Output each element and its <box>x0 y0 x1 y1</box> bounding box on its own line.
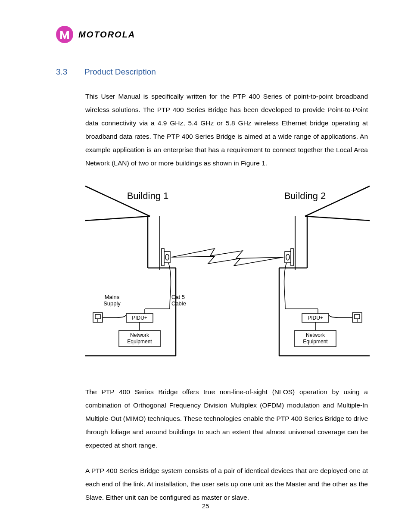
svg-point-7 <box>165 254 169 260</box>
svg-text:Mains: Mains <box>105 294 120 300</box>
svg-line-1 <box>85 216 150 221</box>
building-1-label: Building 1 <box>127 190 169 201</box>
figure-1: Building 1 Building 2 <box>85 182 368 364</box>
section-title: Product Description <box>84 67 156 77</box>
motorola-logo-icon <box>56 26 73 43</box>
paragraph-3: A PTP 400 Series Bridge system consists … <box>85 464 368 504</box>
page-number: 25 <box>0 502 411 510</box>
building-2-roof: Building 2 <box>284 186 370 221</box>
section-number: 3.3 <box>56 67 72 77</box>
svg-rect-22 <box>95 314 100 319</box>
svg-rect-31 <box>355 314 360 319</box>
svg-text:Cat 5: Cat 5 <box>171 294 185 300</box>
building-1-roof: Building 1 <box>85 186 168 221</box>
mains-outlet-left-icon <box>93 313 126 322</box>
paragraph-1: This User Manual is specifically written… <box>85 90 368 170</box>
building-2-label: Building 2 <box>284 190 326 201</box>
svg-text:PIDU+: PIDU+ <box>132 315 147 321</box>
svg-text:PIDU+: PIDU+ <box>308 315 323 321</box>
network-equipment-left: Network Equipment <box>119 330 160 347</box>
svg-text:Network: Network <box>306 332 325 338</box>
network-equipment-right: Network Equipment <box>295 330 336 347</box>
svg-rect-11 <box>291 249 293 266</box>
wireless-link-icon <box>171 249 283 266</box>
brand-name: MOTOROLA <box>78 30 135 40</box>
svg-text:Equipment: Equipment <box>127 339 152 345</box>
svg-text:Cable: Cable <box>171 300 186 307</box>
svg-line-3 <box>305 216 370 221</box>
pidu-box-left: PIDU+ <box>126 314 153 330</box>
svg-text:Network: Network <box>130 332 149 338</box>
svg-point-13 <box>286 254 290 260</box>
svg-text:Supply: Supply <box>103 300 121 307</box>
cat5-label: Cat 5 Cable <box>171 294 186 307</box>
svg-rect-5 <box>162 249 164 266</box>
mains-outlet-right-icon <box>329 313 362 322</box>
brand-header: MOTOROLA <box>56 26 368 43</box>
antenna-unit-right <box>284 216 318 314</box>
pidu-box-right: PIDU+ <box>302 314 329 330</box>
antenna-unit-left <box>145 216 171 314</box>
svg-text:Equipment: Equipment <box>303 339 328 345</box>
section-heading: 3.3 Product Description <box>56 67 368 77</box>
paragraph-2: The PTP 400 Series Bridge offers true no… <box>85 385 368 452</box>
mains-supply-label: Mains Supply <box>103 294 121 307</box>
svg-marker-16 <box>171 249 283 266</box>
